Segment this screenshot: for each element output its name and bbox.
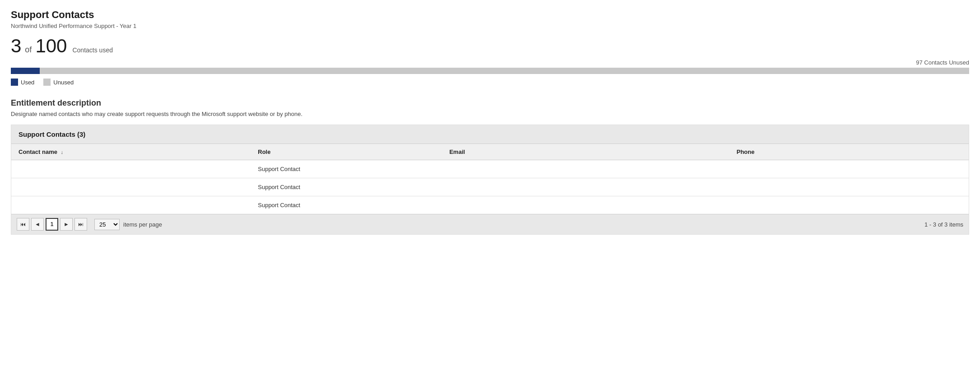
col-name-label: Contact name bbox=[19, 148, 57, 155]
page-size-select[interactable]: 10 25 50 100 bbox=[94, 219, 120, 230]
cell-phone-0 bbox=[729, 160, 969, 178]
table-header-bar: Support Contacts (3) bbox=[11, 125, 969, 144]
cell-phone-2 bbox=[729, 196, 969, 214]
cell-name-2 bbox=[11, 196, 251, 214]
col-header-email: Email bbox=[442, 144, 729, 160]
sort-arrow-name: ↓ bbox=[61, 149, 64, 155]
pagination-range-label: 1 - 3 of 3 items bbox=[924, 221, 963, 228]
table-row: Support Contact bbox=[11, 196, 969, 214]
legend-unused-swatch bbox=[43, 79, 51, 86]
cell-name-0 bbox=[11, 160, 251, 178]
legend-unused-label: Unused bbox=[53, 79, 74, 86]
support-contacts-table: Contact name ↓ Role Email Phone Support … bbox=[11, 144, 969, 214]
page-last-button[interactable]: ⏭ bbox=[74, 218, 87, 231]
count-of-label: of bbox=[25, 45, 32, 55]
col-header-name[interactable]: Contact name ↓ bbox=[11, 144, 251, 160]
cell-role-2: Support Contact bbox=[251, 196, 442, 214]
support-contacts-table-wrapper: Support Contacts (3) Contact name ↓ Role… bbox=[11, 125, 969, 235]
contacts-count-row: 3 of 100 Contacts used bbox=[11, 37, 969, 56]
entitlement-description: Designate named contacts who may create … bbox=[11, 111, 969, 117]
page-size-select-wrapper: 10 25 50 100 bbox=[94, 219, 120, 230]
items-per-page-label: items per page bbox=[123, 221, 162, 228]
cell-name-1 bbox=[11, 178, 251, 196]
page-title: Support Contacts bbox=[11, 9, 969, 21]
table-header-row: Contact name ↓ Role Email Phone bbox=[11, 144, 969, 160]
cell-email-0 bbox=[442, 160, 729, 178]
entitlement-title: Entitlement description bbox=[11, 98, 969, 108]
col-header-role: Role bbox=[251, 144, 442, 160]
unused-count-label: 97 Contacts Unused bbox=[11, 59, 969, 66]
count-used: 3 bbox=[11, 37, 21, 56]
legend-unused-item: Unused bbox=[43, 79, 74, 86]
col-header-phone: Phone bbox=[729, 144, 969, 160]
col-email-label: Email bbox=[449, 148, 465, 155]
page-first-button[interactable]: ⏮ bbox=[17, 218, 29, 231]
count-total: 100 bbox=[35, 37, 67, 56]
page-subtitle: Northwind Unified Performance Support - … bbox=[11, 23, 969, 29]
cell-role-1: Support Contact bbox=[251, 178, 442, 196]
legend-used-swatch bbox=[11, 79, 18, 86]
progress-bar-fill bbox=[11, 68, 40, 74]
legend-used-item: Used bbox=[11, 79, 34, 86]
page-prev-button[interactable]: ◄ bbox=[31, 218, 44, 231]
table-row: Support Contact bbox=[11, 178, 969, 196]
pagination-bar: ⏮ ◄ 1 ► ⏭ 10 25 50 100 items per page 1 … bbox=[11, 214, 969, 234]
cell-email-2 bbox=[442, 196, 729, 214]
legend-used-label: Used bbox=[21, 79, 34, 86]
col-role-label: Role bbox=[258, 148, 270, 155]
contacts-used-label: Contacts used bbox=[72, 46, 113, 54]
progress-bar-container bbox=[11, 68, 969, 74]
cell-email-1 bbox=[442, 178, 729, 196]
page-number-button[interactable]: 1 bbox=[46, 218, 58, 231]
legend: Used Unused bbox=[11, 79, 969, 86]
page-next-button[interactable]: ► bbox=[60, 218, 73, 231]
cell-role-0: Support Contact bbox=[251, 160, 442, 178]
col-phone-label: Phone bbox=[737, 148, 755, 155]
cell-phone-1 bbox=[729, 178, 969, 196]
table-row: Support Contact bbox=[11, 160, 969, 178]
